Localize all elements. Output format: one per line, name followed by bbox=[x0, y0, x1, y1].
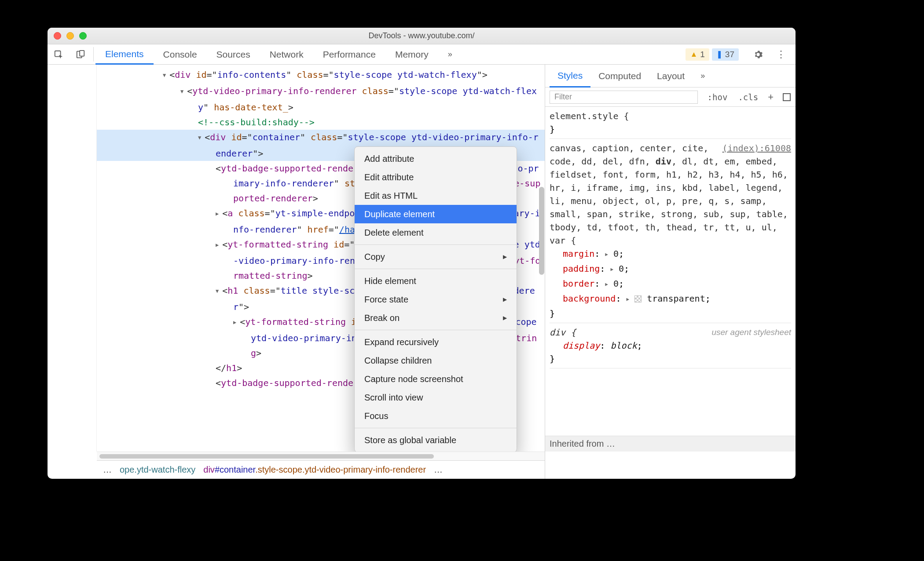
reset-rule[interactable]: (index):61008 canvas, caption, center, c… bbox=[550, 142, 791, 323]
css-prop[interactable]: border: ▶ 0; bbox=[550, 277, 791, 292]
ctx-delete-element[interactable]: Delete element bbox=[355, 223, 517, 242]
breadcrumb-item[interactable]: ope.ytd-watch-flexy bbox=[120, 465, 195, 475]
rule-selector: canvas, caption, center, cite, code, dd,… bbox=[550, 142, 791, 247]
ctx-scroll-into-view[interactable]: Scroll into view bbox=[355, 388, 517, 407]
dom-node[interactable]: <ytd-video-primary-info-renderer class="… bbox=[180, 84, 545, 115]
warnings-count: 1 bbox=[700, 50, 705, 59]
more-options-icon[interactable]: ⋮ bbox=[771, 49, 791, 60]
ua-stylesheet-label: user agent stylesheet bbox=[711, 326, 791, 339]
inherited-section-header[interactable]: Inherited from … bbox=[545, 436, 796, 452]
css-prop: display: block; bbox=[550, 339, 791, 352]
inspect-element-icon[interactable] bbox=[48, 44, 70, 64]
box-model-icon[interactable] bbox=[778, 93, 796, 102]
rule-close: } bbox=[550, 123, 791, 136]
ctx-collapse-children[interactable]: Collapse children bbox=[355, 351, 517, 370]
rule-selector: element.style { bbox=[550, 109, 791, 123]
ctx-hide-element[interactable]: Hide element bbox=[355, 272, 517, 290]
styles-panel: Styles Computed Layout » Filter :hov .cl… bbox=[545, 65, 796, 452]
tab-console[interactable]: Console bbox=[154, 44, 207, 64]
tab-network[interactable]: Network bbox=[260, 44, 313, 64]
tab-performance[interactable]: Performance bbox=[313, 44, 385, 64]
breadcrumb-overflow-left[interactable]: … bbox=[103, 465, 112, 475]
tab-memory[interactable]: Memory bbox=[385, 44, 438, 64]
devtools-window: DevTools - www.youtube.com/ Elements Con… bbox=[48, 28, 796, 479]
ctx-copy[interactable]: Copy bbox=[355, 248, 517, 266]
color-swatch-icon[interactable] bbox=[634, 295, 642, 302]
ctx-add-attribute[interactable]: Add attribute bbox=[355, 149, 517, 168]
messages-badge[interactable]: ❚ 37 bbox=[712, 48, 739, 61]
breadcrumb-overflow-right[interactable]: … bbox=[434, 465, 443, 475]
tab-sources[interactable]: Sources bbox=[207, 44, 260, 64]
hov-toggle[interactable]: :hov bbox=[702, 92, 733, 102]
warnings-badge[interactable]: ▲ 1 bbox=[686, 48, 709, 61]
css-prop[interactable]: margin: ▶ 0; bbox=[550, 247, 791, 262]
new-style-rule-button[interactable]: + bbox=[763, 91, 778, 103]
device-toolbar-icon[interactable] bbox=[70, 44, 92, 64]
dom-tree[interactable]: … <div id="info-contents" class="style-s… bbox=[97, 65, 545, 452]
rule-close: } bbox=[550, 352, 791, 365]
styles-toolbar: Filter :hov .cls + bbox=[545, 87, 796, 107]
main-content: … <div id="info-contents" class="style-s… bbox=[48, 65, 796, 452]
element-style-rule[interactable]: element.style { } bbox=[550, 109, 791, 139]
css-prop[interactable]: background: ▶ transparent; bbox=[550, 292, 791, 307]
horizontal-scrollbar[interactable] bbox=[97, 452, 545, 460]
ctx-focus[interactable]: Focus bbox=[355, 407, 517, 425]
styles-tabs-overflow-icon[interactable]: » bbox=[693, 65, 713, 87]
main-toolbar: Elements Console Sources Network Perform… bbox=[48, 44, 796, 65]
svg-rect-3 bbox=[783, 94, 790, 101]
styles-tabs: Styles Computed Layout » bbox=[545, 65, 796, 87]
gutter bbox=[48, 65, 97, 452]
message-icon: ❚ bbox=[716, 50, 722, 59]
tabs-overflow-icon[interactable]: » bbox=[438, 44, 462, 64]
ctx-duplicate-element[interactable]: Duplicate element bbox=[355, 205, 517, 223]
ctx-break-on[interactable]: Break on bbox=[355, 309, 517, 327]
tab-styles[interactable]: Styles bbox=[550, 65, 590, 87]
tab-elements[interactable]: Elements bbox=[95, 44, 154, 65]
ctx-force-state[interactable]: Force state bbox=[355, 290, 517, 309]
tab-computed[interactable]: Computed bbox=[590, 65, 649, 87]
breadcrumb-item-selected[interactable]: div#container.style-scope.ytd-video-prim… bbox=[203, 465, 426, 475]
css-prop[interactable]: padding: ▶ 0; bbox=[550, 262, 791, 277]
ctx-edit-attribute[interactable]: Edit attribute bbox=[355, 168, 517, 186]
window-title: DevTools - www.youtube.com/ bbox=[48, 31, 796, 40]
dom-node[interactable]: <div id="info-contents" class="style-sco… bbox=[163, 67, 545, 84]
rule-source-link[interactable]: (index):61008 bbox=[722, 142, 791, 155]
vertical-scrollbar[interactable] bbox=[539, 187, 544, 275]
cls-toggle[interactable]: .cls bbox=[733, 92, 763, 102]
ctx-edit-html[interactable]: Edit as HTML bbox=[355, 186, 517, 205]
styles-filter-input[interactable]: Filter bbox=[550, 91, 698, 104]
rule-close: } bbox=[550, 307, 791, 320]
dom-node[interactable]: <!--css-build:shady--> bbox=[198, 115, 545, 130]
ctx-capture-screenshot[interactable]: Capture node screenshot bbox=[355, 370, 517, 388]
breadcrumb: … ope.ytd-watch-flexy div#container.styl… bbox=[97, 460, 545, 479]
warning-icon: ▲ bbox=[690, 50, 697, 59]
panel-tabs: Elements Console Sources Network Perform… bbox=[95, 44, 462, 64]
context-menu: Add attribute Edit attribute Edit as HTM… bbox=[354, 146, 517, 452]
titlebar: DevTools - www.youtube.com/ bbox=[48, 28, 796, 44]
ctx-expand-recursively[interactable]: Expand recursively bbox=[355, 333, 517, 351]
user-agent-rule[interactable]: user agent stylesheet div { display: blo… bbox=[550, 326, 791, 368]
svg-rect-2 bbox=[80, 50, 84, 56]
settings-icon[interactable] bbox=[748, 50, 768, 59]
ctx-store-global[interactable]: Store as global variable bbox=[355, 431, 517, 449]
styles-rules[interactable]: element.style { } (index):61008 canvas, … bbox=[545, 107, 796, 436]
messages-count: 37 bbox=[725, 50, 734, 59]
tab-layout[interactable]: Layout bbox=[649, 65, 693, 87]
